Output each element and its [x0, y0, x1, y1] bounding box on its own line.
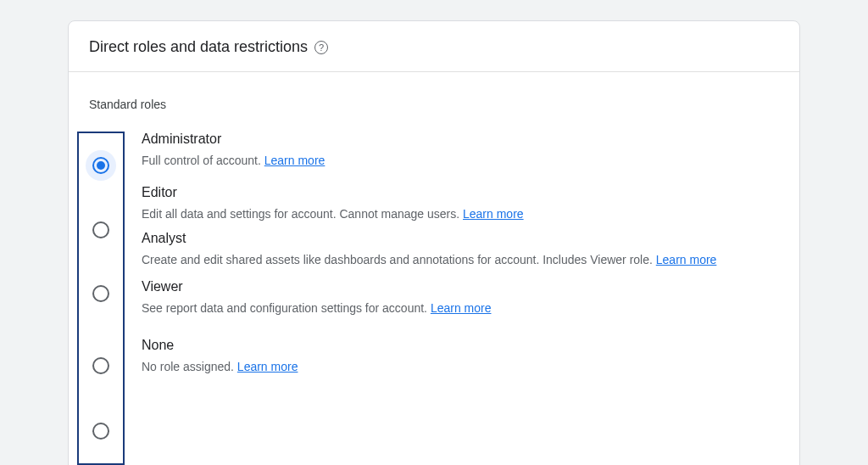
role-block-analyst: AnalystCreate and edit shared assets lik…	[142, 231, 779, 269]
role-description-text: Create and edit shared assets like dashb…	[142, 253, 656, 266]
role-description-text: See report data and configuration settin…	[142, 301, 431, 315]
role-radio-analyst[interactable]	[86, 278, 116, 309]
card-title: Direct roles and data restrictions	[89, 38, 308, 56]
radio-icon	[92, 157, 109, 174]
learn-more-link[interactable]: Learn more	[463, 207, 524, 221]
role-title: Editor	[142, 185, 779, 200]
role-radio-none[interactable]	[86, 416, 116, 446]
card-header: Direct roles and data restrictions ?	[69, 21, 799, 72]
role-block-administrator: AdministratorFull control of account. Le…	[142, 132, 779, 170]
roles-wrapper: AdministratorFull control of account. Le…	[89, 132, 779, 465]
role-description: Edit all data and settings for account. …	[142, 205, 779, 223]
learn-more-link[interactable]: Learn more	[264, 154, 326, 167]
role-description-text: No role assigned.	[142, 360, 237, 373]
role-description-text: Edit all data and settings for account. …	[142, 207, 463, 221]
roles-card: Direct roles and data restrictions ? Sta…	[68, 20, 800, 465]
radio-icon	[92, 357, 109, 374]
help-icon[interactable]: ?	[314, 41, 328, 54]
section-label: Standard roles	[89, 98, 779, 111]
radio-icon	[92, 423, 109, 440]
role-text-column: AdministratorFull control of account. Le…	[125, 132, 779, 465]
radio-column-highlight	[77, 132, 125, 465]
role-title: Administrator	[142, 132, 779, 147]
role-description-text: Full control of account.	[142, 154, 264, 167]
role-radio-viewer[interactable]	[86, 350, 116, 381]
role-radio-administrator[interactable]	[86, 150, 116, 181]
role-block-none: NoneNo role assigned. Learn more	[142, 338, 779, 376]
role-radio-editor[interactable]	[86, 215, 116, 245]
role-block-editor: EditorEdit all data and settings for acc…	[142, 185, 779, 223]
role-description: See report data and configuration settin…	[142, 300, 779, 317]
radio-dot-icon	[97, 161, 105, 170]
role-description: Create and edit shared assets like dashb…	[142, 251, 779, 269]
learn-more-link[interactable]: Learn more	[431, 301, 492, 315]
role-block-viewer: ViewerSee report data and configuration …	[142, 279, 779, 317]
learn-more-link[interactable]: Learn more	[237, 360, 298, 373]
radio-icon	[92, 221, 109, 238]
role-description: Full control of account. Learn more	[142, 152, 779, 170]
role-description: No role assigned. Learn more	[142, 358, 779, 376]
role-title: Viewer	[142, 279, 779, 294]
role-title: None	[142, 338, 779, 353]
role-title: Analyst	[142, 231, 779, 246]
radio-icon	[92, 285, 109, 302]
card-body: Standard roles AdministratorFull control…	[69, 72, 799, 465]
learn-more-link[interactable]: Learn more	[656, 253, 717, 266]
